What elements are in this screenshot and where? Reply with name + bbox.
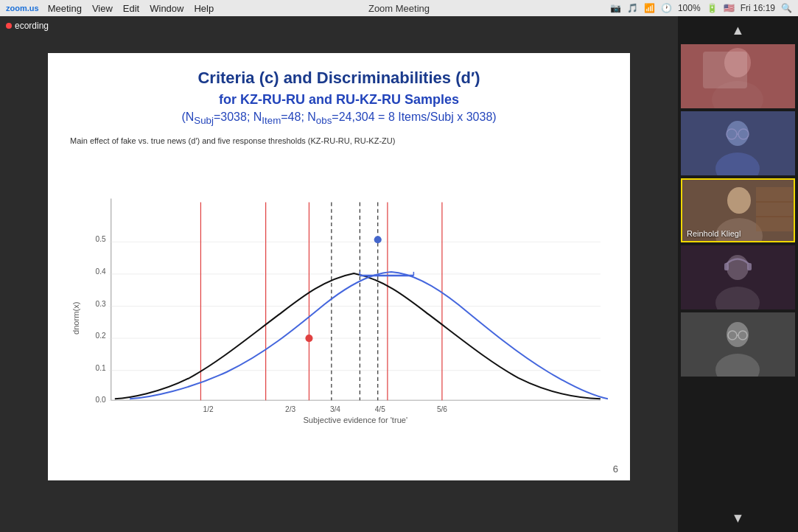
slide-number: 6 <box>613 463 618 475</box>
time-label: Fri 16:19 <box>741 3 775 13</box>
chevron-down-icon: ▼ <box>732 511 745 526</box>
participant-2-video-feed <box>681 111 795 175</box>
window-title: Zoom Meeting <box>368 3 430 14</box>
participant-3-name: Reinhold Kliegl <box>687 229 741 238</box>
svg-rect-53 <box>724 263 729 270</box>
slide-title-line1: Criteria (c) and Discriminabilities (d′) <box>197 68 480 89</box>
search-icon[interactable]: 🔍 <box>781 3 792 13</box>
svg-point-45 <box>727 187 751 214</box>
svg-text:2/3: 2/3 <box>285 405 295 413</box>
flag-icon: 🇺🇸 <box>724 3 735 13</box>
audio-icon: 🎵 <box>627 3 638 13</box>
participant-video-5[interactable] <box>681 312 795 377</box>
svg-text:0.0: 0.0 <box>96 396 106 404</box>
svg-rect-54 <box>747 263 752 270</box>
svg-text:4/5: 4/5 <box>375 405 385 413</box>
svg-point-29 <box>374 236 382 243</box>
zoom-logo[interactable]: zoom.us <box>6 4 39 13</box>
participant-video-1[interactable] <box>681 44 795 108</box>
menu-meeting[interactable]: Meeting <box>48 3 82 14</box>
svg-point-30 <box>305 335 312 342</box>
content-area: ecording Criteria (c) and Discriminabili… <box>0 16 678 532</box>
chevron-up-icon: ▲ <box>732 23 745 38</box>
recording-dot <box>6 23 12 29</box>
participant-video-3[interactable]: Reinhold Kliegl <box>681 178 795 242</box>
chart-description: Main effect of fake vs. true news (d′) a… <box>70 136 395 145</box>
participants-sidebar: ▲ <box>678 16 798 532</box>
menu-edit[interactable]: Edit <box>123 3 139 14</box>
menu-window[interactable]: Window <box>150 3 183 14</box>
svg-text:0.5: 0.5 <box>96 235 106 243</box>
svg-rect-37 <box>703 52 747 88</box>
presentation-slide: Criteria (c) and Discriminabilities (d′)… <box>48 53 630 480</box>
participant-5-video-feed <box>681 312 795 377</box>
battery-icon: 🔋 <box>707 3 718 13</box>
wifi-icon: 📶 <box>644 3 655 13</box>
svg-point-56 <box>727 322 749 347</box>
participant-video-4[interactable] <box>681 245 795 309</box>
participant-video-2[interactable] <box>681 111 795 175</box>
system-tray: 📷 🎵 📶 🕐 100% 🔋 🇺🇸 Fri 16:19 🔍 <box>610 3 792 13</box>
svg-text:3/4: 3/4 <box>330 405 340 413</box>
main-area: ecording Criteria (c) and Discriminabili… <box>0 16 798 532</box>
recording-badge: ecording <box>6 21 49 31</box>
slide-params: (NSubj=3038; NItem=48; Nobs=24,304 = 8 I… <box>181 111 496 126</box>
menu-help[interactable]: Help <box>194 3 214 14</box>
clock-icon: 🕐 <box>661 3 672 13</box>
scroll-down-button[interactable]: ▼ <box>724 507 753 529</box>
svg-rect-47 <box>756 187 793 231</box>
participant-4-video-feed <box>681 245 795 309</box>
battery-label: 100% <box>678 3 701 13</box>
svg-text:1/2: 1/2 <box>203 405 214 413</box>
chart-area: 0.0 0.1 0.2 0.3 0.4 0.5 dnorm(x) <box>70 148 608 473</box>
slide-title-line2: for KZ-RU-RU and RU-KZ-RU Samples <box>219 92 459 108</box>
recording-label: ecording <box>15 21 49 31</box>
svg-text:Subjective evidence for 'true': Subjective evidence for 'true' <box>303 415 407 424</box>
svg-point-39 <box>727 121 749 146</box>
chart-svg: 0.0 0.1 0.2 0.3 0.4 0.5 dnorm(x) <box>70 148 608 473</box>
svg-text:0.1: 0.1 <box>96 364 106 372</box>
svg-text:0.4: 0.4 <box>96 267 106 276</box>
menubar: zoom.us Meeting View Edit Window Help Zo… <box>0 0 798 16</box>
participant-1-video-feed <box>681 44 795 108</box>
svg-text:0.3: 0.3 <box>96 299 106 307</box>
camera-icon: 📷 <box>610 3 621 13</box>
menu-view[interactable]: View <box>92 3 113 14</box>
scroll-up-button[interactable]: ▲ <box>724 19 753 41</box>
svg-text:5/6: 5/6 <box>437 405 447 413</box>
svg-text:0.2: 0.2 <box>96 332 106 340</box>
svg-text:dnorm(x): dnorm(x) <box>71 301 80 335</box>
